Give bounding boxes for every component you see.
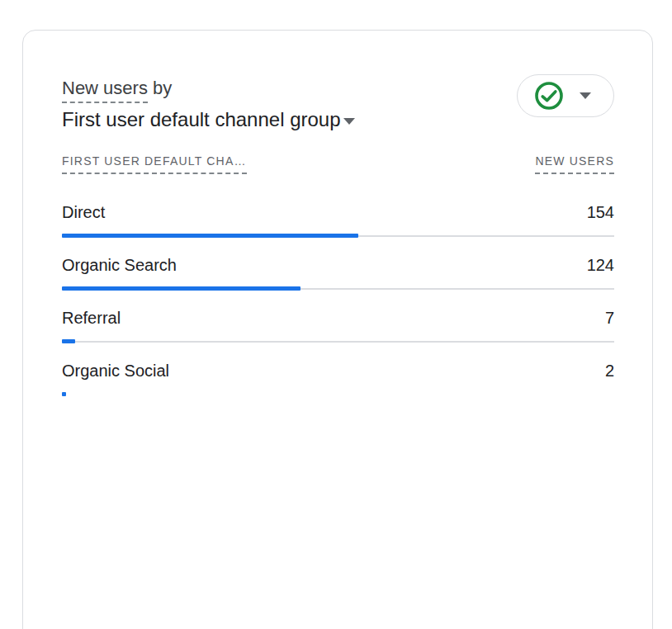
row-label: Direct bbox=[62, 201, 105, 224]
row-value: 124 bbox=[587, 254, 614, 277]
table-row: Direct 154 bbox=[62, 197, 614, 250]
table-body: Direct 154 Organic Search 124 Referral 7 bbox=[62, 197, 614, 409]
bar-track bbox=[62, 341, 614, 343]
row-label: Organic Social bbox=[62, 360, 169, 382]
table-header-row: FIRST USER DEFAULT CHA… NEW USERS bbox=[62, 154, 614, 174]
table-row: Organic Social 2 bbox=[62, 356, 614, 409]
dimension-column-header[interactable]: FIRST USER DEFAULT CHA… bbox=[62, 154, 247, 174]
row-value: 154 bbox=[587, 201, 614, 224]
row-value: 2 bbox=[605, 360, 614, 382]
card-content: New users by First user default channel … bbox=[23, 31, 652, 409]
bar-fill bbox=[62, 392, 66, 396]
dimension-selector-label: First user default channel group bbox=[62, 107, 341, 132]
row-value: 7 bbox=[605, 307, 614, 329]
status-pill-button[interactable] bbox=[517, 74, 614, 117]
title-connector: by bbox=[153, 78, 172, 98]
bar-fill bbox=[62, 234, 358, 238]
metric-column-header[interactable]: NEW USERS bbox=[535, 154, 614, 174]
row-label: Referral bbox=[62, 307, 121, 329]
bar-fill bbox=[62, 339, 75, 343]
chevron-down-icon bbox=[580, 92, 591, 99]
table-row: Referral 7 bbox=[62, 303, 614, 356]
row-label: Organic Search bbox=[62, 254, 177, 277]
chevron-down-icon bbox=[343, 118, 355, 125]
metric-link[interactable]: New users bbox=[62, 78, 148, 103]
bar-fill bbox=[62, 286, 301, 291]
table-row: Organic Search 124 bbox=[62, 250, 614, 303]
check-circle-icon bbox=[534, 81, 564, 111]
report-card: New users by First user default channel … bbox=[22, 30, 653, 629]
dimension-selector[interactable]: First user default channel group bbox=[62, 107, 355, 132]
